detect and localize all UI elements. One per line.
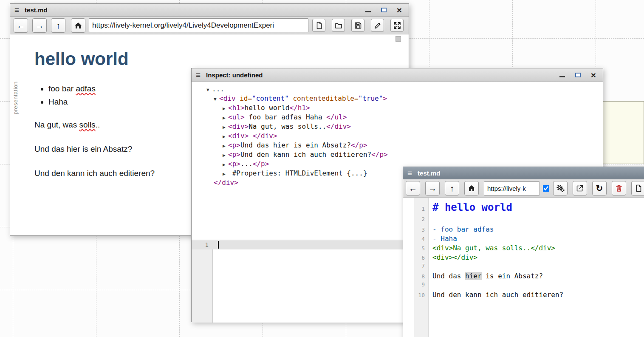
text-cursor bbox=[218, 241, 219, 249]
document-heading[interactable]: hello world bbox=[34, 49, 400, 69]
open-external-button[interactable] bbox=[573, 181, 587, 195]
minimize-button[interactable] bbox=[363, 6, 373, 15]
reload-button[interactable]: ↻ bbox=[592, 181, 607, 195]
close-button[interactable]: × bbox=[588, 71, 599, 80]
external-link-icon bbox=[576, 184, 584, 193]
dom-tree-node[interactable]: ▶<p>Und das hier is ein Absatz?</p> bbox=[192, 141, 603, 150]
editor-line[interactable]: 1# hello world bbox=[403, 201, 644, 216]
forward-button[interactable]: → bbox=[32, 18, 47, 33]
back-button[interactable]: ← bbox=[406, 181, 420, 195]
text-segment: <div> bbox=[228, 132, 249, 140]
line-number-gutter bbox=[192, 240, 213, 323]
folder-icon bbox=[334, 21, 343, 30]
url-input[interactable] bbox=[484, 181, 540, 195]
file-icon bbox=[634, 184, 643, 193]
inspector-titlebar[interactable]: ≡ Inspect: undefined × bbox=[192, 68, 603, 82]
text-segment: </div> bbox=[326, 122, 351, 130]
text-segment: solls bbox=[79, 120, 96, 129]
minimize-icon bbox=[365, 11, 371, 12]
code-text: - Haha bbox=[429, 235, 457, 243]
home-icon bbox=[74, 21, 82, 30]
text-segment: </div> bbox=[253, 132, 277, 140]
code-text: # hello world bbox=[429, 201, 512, 213]
dom-tree-node[interactable]: ▼... bbox=[192, 85, 603, 94]
line-number: 7 bbox=[403, 263, 429, 269]
trash-icon bbox=[615, 184, 623, 193]
code-text: <div>Na gut, was solls..</div> bbox=[429, 244, 555, 252]
maximize-icon bbox=[575, 73, 581, 77]
menu-icon[interactable]: ≡ bbox=[407, 169, 412, 177]
text-segment: ... bbox=[240, 160, 253, 168]
back-button[interactable]: ← bbox=[14, 18, 28, 33]
line-number: 1 bbox=[403, 206, 429, 212]
minimize-button[interactable] bbox=[557, 71, 567, 80]
menu-icon[interactable]: ≡ bbox=[14, 6, 19, 14]
dom-tree-node[interactable]: ▶<h1>hello world</h1> bbox=[192, 103, 603, 113]
pencil-icon bbox=[373, 21, 382, 30]
editor-line[interactable]: 6<div></div> bbox=[403, 253, 644, 263]
editor-line[interactable]: 5<div>Na gut, was solls..</div> bbox=[403, 244, 644, 253]
editor-line[interactable]: 10Und den kann ich auch editieren? bbox=[403, 291, 644, 300]
editor-line[interactable]: 3- foo bar adfas bbox=[403, 225, 644, 235]
forward-icon: → bbox=[428, 184, 437, 193]
dom-tree-node[interactable]: ▶<p>Und den kann ich auch editieren?</p> bbox=[192, 150, 603, 159]
up-button[interactable]: ↑ bbox=[51, 18, 65, 33]
back-icon: ← bbox=[17, 21, 25, 30]
edit-button[interactable] bbox=[371, 19, 384, 32]
url-input[interactable] bbox=[89, 18, 308, 32]
scrollbar-thumb[interactable] bbox=[395, 36, 401, 42]
editor-titlebar[interactable]: ≡ test.md bbox=[403, 167, 644, 179]
expand-arrow-icon[interactable]: ▶ bbox=[223, 132, 228, 142]
text-segment: <p> bbox=[228, 160, 240, 168]
editor-line[interactable]: 8Und das hier is ein Absatz? bbox=[403, 272, 644, 281]
preview-titlebar[interactable]: ≡ test.md × bbox=[10, 4, 409, 17]
expand-arrows-icon bbox=[393, 21, 401, 30]
expand-arrow-icon[interactable]: ▶ bbox=[223, 160, 228, 170]
expand-arrow-icon[interactable]: ▶ bbox=[223, 113, 228, 123]
expand-arrow-icon[interactable]: ▶ bbox=[223, 123, 228, 132]
editor-line[interactable]: 2 bbox=[403, 216, 644, 225]
maximize-button[interactable] bbox=[378, 6, 389, 15]
auto-save-checkbox[interactable] bbox=[543, 185, 550, 192]
collapse-arrow-icon[interactable]: ▼ bbox=[214, 95, 219, 104]
text-segment: ... bbox=[212, 85, 224, 93]
window-title: test.md bbox=[418, 170, 440, 177]
browse-folder-button[interactable] bbox=[332, 19, 345, 32]
close-button[interactable]: × bbox=[394, 6, 404, 15]
home-button[interactable] bbox=[464, 181, 479, 195]
text-segment: </p> bbox=[351, 141, 367, 149]
text-segment: # hello world bbox=[432, 201, 512, 213]
text-segment: <p> bbox=[228, 141, 240, 149]
editor-line[interactable]: 7 bbox=[403, 263, 644, 272]
expand-button[interactable] bbox=[390, 19, 404, 32]
editor-line[interactable]: 9 bbox=[403, 281, 644, 291]
new-file-button[interactable] bbox=[312, 19, 325, 32]
dom-tree-node[interactable]: ▶<div>Na gut, was solls..</div> bbox=[192, 122, 603, 131]
editor-line[interactable]: 4- Haha bbox=[403, 235, 644, 244]
text-segment: - Haha bbox=[432, 235, 457, 243]
collapse-arrow-icon[interactable]: ▼ bbox=[206, 85, 212, 95]
expand-arrow-icon[interactable]: ▶ bbox=[223, 151, 228, 160]
expand-arrow-icon[interactable]: ▶ bbox=[223, 104, 228, 113]
new-file-button[interactable] bbox=[631, 181, 644, 195]
save-button[interactable] bbox=[351, 19, 364, 32]
line-number: 9 bbox=[403, 281, 429, 288]
forward-button[interactable]: → bbox=[425, 181, 440, 195]
up-button[interactable]: ↑ bbox=[445, 181, 459, 195]
dom-tree-node[interactable]: ▶<div> </div> bbox=[192, 131, 603, 141]
delete-button[interactable] bbox=[612, 181, 626, 195]
settings-button[interactable] bbox=[553, 181, 568, 195]
text-segment: </div> bbox=[214, 178, 238, 187]
menu-icon[interactable]: ≡ bbox=[196, 71, 201, 79]
forward-icon: → bbox=[35, 21, 44, 30]
home-button[interactable] bbox=[71, 18, 85, 33]
text-segment: - foo bar adfas bbox=[432, 225, 494, 233]
expand-arrow-icon[interactable]: ▶ bbox=[223, 170, 228, 179]
maximize-button[interactable] bbox=[573, 71, 583, 80]
expand-arrow-icon[interactable]: ▶ bbox=[223, 142, 228, 151]
dom-tree-node[interactable]: ▼<div id="content" contenteditable="true… bbox=[192, 94, 603, 103]
code-text: - foo bar adfas bbox=[429, 225, 494, 233]
markdown-source-editor[interactable]: 1# hello world23- foo bar adfas4- Haha5<… bbox=[403, 198, 644, 337]
text-segment: Und das hier is ein Absatz? bbox=[240, 141, 351, 149]
dom-tree-node[interactable]: ▶<ul> foo bar adfas Haha </ul> bbox=[192, 113, 603, 122]
